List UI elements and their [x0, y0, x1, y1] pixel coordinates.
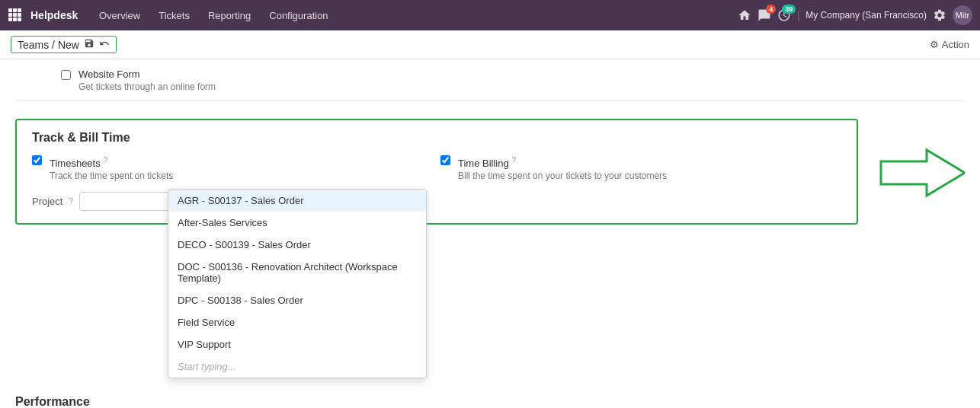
timesheets-label: Timesheets ?	[50, 155, 173, 169]
top-navigation: Helpdesk Overview Tickets Reporting Conf…	[0, 0, 980, 30]
svg-rect-8	[18, 18, 21, 21]
website-form-label: Website Form	[78, 69, 216, 80]
time-billing-tooltip-icon[interactable]: ?	[511, 155, 516, 164]
nav-reporting[interactable]: Reporting	[200, 7, 258, 24]
timesheets-tooltip-icon[interactable]: ?	[103, 155, 107, 164]
timesheets-checkbox[interactable]	[32, 155, 42, 165]
track-bill-title: Track & Bill Time	[32, 131, 841, 145]
svg-rect-4	[13, 13, 17, 17]
svg-rect-7	[13, 18, 17, 21]
dropdown-item-vip-support[interactable]: VIP Support	[168, 333, 426, 355]
dropdown-item-dpc[interactable]: DPC - S00138 - Sales Order	[168, 289, 426, 311]
breadcrumb-text: Teams / New	[18, 39, 79, 51]
svg-rect-2	[18, 8, 21, 12]
dropdown-item-deco[interactable]: DECO - S00139 - Sales Order	[168, 234, 426, 256]
chat-button[interactable]: 4	[757, 8, 771, 22]
timesheets-description: Track the time spent on tickets	[50, 171, 173, 181]
performance-section: Performance SLA Policies Make su... Work…	[15, 384, 965, 408]
action-gear-icon: ⚙	[930, 39, 939, 50]
nav-tickets[interactable]: Tickets	[151, 7, 197, 24]
undo-icon[interactable]	[99, 38, 110, 51]
settings-button[interactable]	[933, 8, 946, 22]
time-billing-description: Bill the time spent on your tickets to y…	[458, 171, 667, 181]
time-billing-checkbox[interactable]	[440, 155, 450, 165]
arrow-annotation	[873, 146, 965, 202]
clock-button[interactable]: 39	[777, 8, 791, 22]
website-form-section: Website Form Get tickets through an onli…	[15, 59, 965, 100]
project-tooltip-icon[interactable]: ?	[69, 197, 73, 206]
nav-configuration[interactable]: Configuration	[261, 7, 335, 24]
svg-rect-6	[8, 18, 12, 21]
website-form-checkbox[interactable]	[61, 70, 71, 80]
breadcrumb-bar: Teams / New ⚙ Action	[0, 30, 980, 59]
track-bill-section: Track & Bill Time Timesheets ? Track the…	[15, 119, 858, 225]
action-label: Action	[942, 39, 969, 50]
action-button[interactable]: ⚙ Action	[930, 39, 969, 50]
breadcrumb-border: Teams / New	[11, 36, 117, 53]
svg-marker-9	[881, 150, 965, 196]
chat-badge: 4	[766, 5, 776, 14]
website-form-description: Get tickets through an online form	[78, 81, 216, 92]
dropdown-item-after-sales[interactable]: After-Sales Services	[168, 212, 426, 234]
clock-badge: 39	[782, 5, 796, 14]
project-dropdown: AGR - S00137 - Sales Order After-Sales S…	[168, 189, 427, 378]
svg-rect-0	[8, 8, 12, 12]
user-avatar[interactable]: Mitr	[953, 5, 972, 25]
dropdown-item-field-service[interactable]: Field Service	[168, 311, 426, 333]
dropdown-placeholder[interactable]: Start typing...	[168, 355, 426, 378]
save-icon[interactable]	[84, 38, 94, 51]
home-button[interactable]	[738, 8, 751, 22]
user-initials: Mitr	[956, 11, 969, 20]
main-content: Website Form Get tickets through an onli…	[0, 59, 980, 408]
svg-rect-3	[8, 13, 12, 17]
performance-title: Performance	[15, 395, 965, 408]
project-label: Project	[32, 196, 62, 207]
apps-menu-button[interactable]	[8, 8, 30, 24]
svg-rect-5	[18, 13, 21, 17]
dropdown-item-agr[interactable]: AGR - S00137 - Sales Order	[168, 190, 426, 212]
company-name: My Company (San Francisco)	[805, 10, 927, 21]
nav-overview[interactable]: Overview	[91, 7, 148, 24]
svg-rect-1	[13, 8, 17, 12]
time-billing-label: Time Billing ?	[458, 155, 667, 169]
dropdown-item-doc[interactable]: DOC - S00136 - Renovation Architect (Wor…	[168, 256, 426, 289]
brand-name: Helpdesk	[30, 9, 91, 21]
